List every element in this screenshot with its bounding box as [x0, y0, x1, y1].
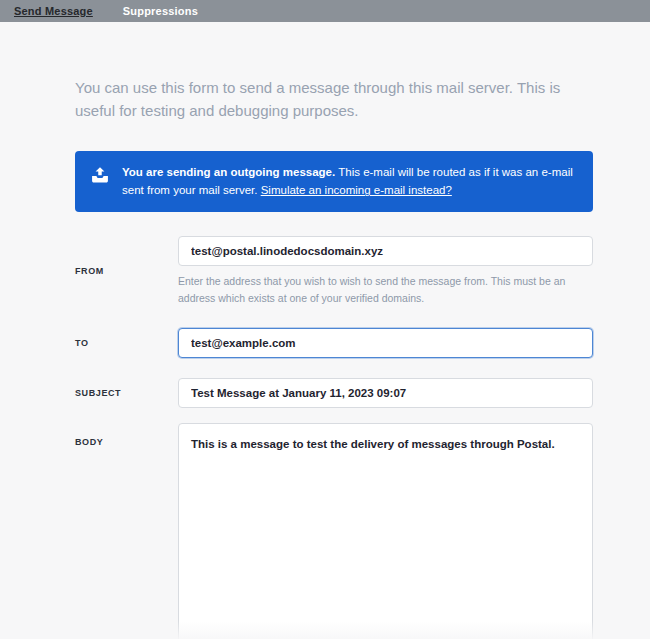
alert-text: You are sending an outgoing message. Thi…: [122, 163, 579, 201]
intro-text: You can use this form to send a message …: [75, 76, 593, 123]
from-help-text: Enter the address that you wish to wish …: [178, 273, 578, 306]
to-label: TO: [75, 338, 178, 348]
outgoing-message-alert: You are sending an outgoing message. Thi…: [75, 151, 593, 213]
body-textarea[interactable]: This is a message to test the delivery o…: [178, 423, 593, 639]
to-row: TO: [75, 328, 593, 358]
body-label: BODY: [75, 423, 178, 447]
alert-lead: You are sending an outgoing message.: [122, 166, 335, 178]
subject-row: SUBJECT: [75, 378, 593, 408]
body-row: BODY This is a message to test the deliv…: [75, 423, 593, 639]
outbox-up-arrow-icon: [89, 166, 111, 191]
simulate-incoming-link[interactable]: Simulate an incoming e-mail instead?: [261, 184, 452, 196]
from-label: FROM: [75, 266, 178, 276]
to-input[interactable]: [178, 328, 593, 358]
from-input[interactable]: [178, 236, 593, 266]
tab-suppressions[interactable]: Suppressions: [123, 5, 198, 17]
send-message-form: You can use this form to send a message …: [0, 22, 650, 639]
top-tab-bar: Send Message Suppressions: [0, 0, 650, 22]
from-row: FROM Enter the address that you wish to …: [75, 236, 593, 306]
subject-label: SUBJECT: [75, 388, 178, 398]
subject-input[interactable]: [178, 378, 593, 408]
tab-send-message[interactable]: Send Message: [14, 5, 93, 17]
